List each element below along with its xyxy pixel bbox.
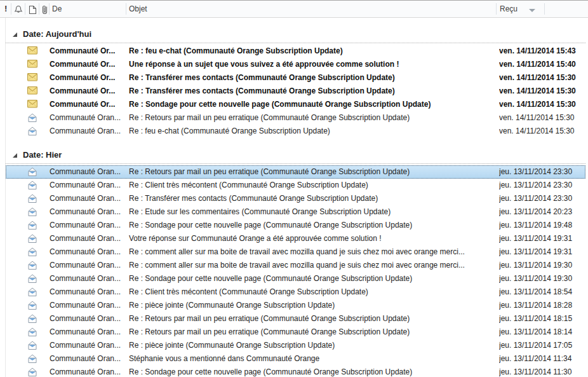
message-row[interactable]: Communauté Or... Re : Transférer mes con… <box>6 85 585 98</box>
group-collapse-icon[interactable] <box>13 153 17 158</box>
read-open-envelope-icon <box>27 221 37 230</box>
read-open-envelope-icon <box>27 247 37 256</box>
importance-column-header[interactable]: ! <box>4 4 7 13</box>
message-subject: Re : feu e-chat (Communauté Orange Subsc… <box>129 127 496 135</box>
message-received: ven. 14/11/2014 15:30 <box>499 73 588 82</box>
message-subject: Re : feu e-chat (Communauté Orange Subsc… <box>129 46 496 55</box>
group-header[interactable]: Date: Aujourd'hui <box>0 28 588 43</box>
message-received: jeu. 13/11/2014 23:30 <box>499 167 588 176</box>
message-row[interactable]: Communauté Oran... Re : Transférer mes c… <box>6 192 585 205</box>
read-open-envelope-icon <box>27 113 37 122</box>
message-subject: Re : Etude sur les commentaires (Communa… <box>129 207 496 216</box>
read-open-envelope-icon <box>27 261 37 270</box>
message-row[interactable]: Communauté Oran... Re : Retours par mail… <box>6 326 585 339</box>
message-from: Communauté Oran... <box>50 127 127 135</box>
message-received: jeu. 13/11/2014 19:30 <box>499 274 588 283</box>
message-received: ven. 14/11/2014 15:30 <box>499 127 588 135</box>
message-from: Communauté Oran... <box>50 274 127 283</box>
message-row[interactable]: Communauté Oran... Re : pièce jointe (Co… <box>6 299 585 312</box>
message-received: ven. 14/11/2014 15:30 <box>499 113 588 122</box>
message-from: Communauté Or... <box>50 60 127 69</box>
message-from: Communauté Or... <box>50 100 127 109</box>
message-received: ven. 14/11/2014 15:43 <box>499 46 588 55</box>
read-open-envelope-icon <box>27 274 37 283</box>
unread-closed-envelope-icon <box>27 60 37 69</box>
sort-descending-icon[interactable] <box>529 9 535 12</box>
message-from: Communauté Oran... <box>50 207 127 216</box>
message-row[interactable]: Communauté Oran... Re : comment aller su… <box>6 245 585 259</box>
unread-closed-envelope-icon <box>27 73 37 82</box>
message-subject: Re : pièce jointe (Communauté Orange Sub… <box>129 341 496 350</box>
message-row[interactable]: Communauté Oran... Re : Etude sur les co… <box>6 205 585 219</box>
reminder-bell-icon[interactable] <box>14 5 23 17</box>
message-subject: Re : comment aller sur ma boite de trava… <box>129 247 496 256</box>
message-row[interactable]: Communauté Oran... Votre réponse sur Com… <box>6 232 585 245</box>
message-from: Communauté Or... <box>50 73 127 82</box>
message-row[interactable]: Communauté Oran... Stéphanie vous a ment… <box>6 352 585 366</box>
message-from: Communauté Oran... <box>50 194 127 203</box>
read-open-envelope-icon <box>27 234 37 243</box>
message-from: Communauté Oran... <box>50 234 127 243</box>
message-from: Communauté Oran... <box>50 341 127 350</box>
group-label: Date: Hier <box>23 150 62 160</box>
message-subject: Stéphanie vous a mentionné dans Communau… <box>129 354 496 363</box>
group-label: Date: Aujourd'hui <box>23 29 91 39</box>
message-subject: Re : Client très mécontent (Communauté O… <box>129 181 496 189</box>
message-subject: Re : Retours par mail un peu erratique (… <box>129 113 496 122</box>
read-open-envelope-icon <box>27 194 37 203</box>
message-row[interactable]: Communauté Oran... Re : Retours par mail… <box>6 312 585 326</box>
column-separator <box>126 3 126 15</box>
message-received: ven. 14/11/2014 15:40 <box>499 60 588 69</box>
message-received: jeu. 13/11/2014 20:23 <box>499 207 588 216</box>
message-subject: Re : Sondage pour cette nouvelle page (C… <box>129 100 496 109</box>
group-header[interactable]: Date: Hier <box>0 149 588 163</box>
message-subject: Re : pièce jointe (Communauté Orange Sub… <box>129 301 496 310</box>
message-row[interactable]: Communauté Oran... Re : Sondage pour cet… <box>6 272 585 285</box>
message-row[interactable]: Communauté Oran... Re : feu e-chat (Comm… <box>6 125 585 138</box>
column-separator <box>39 3 39 15</box>
message-subject: Re : Sondage pour cette nouvelle page (C… <box>129 367 496 376</box>
attachment-paperclip-icon[interactable] <box>41 4 48 17</box>
message-row[interactable]: Communauté Oran... Re : Client très méco… <box>6 285 585 299</box>
message-received: jeu. 13/11/2014 19:30 <box>499 261 588 270</box>
message-row[interactable]: Communauté Or... Re : Transférer mes con… <box>6 71 585 85</box>
column-separator <box>11 3 11 15</box>
message-from: Communauté Or... <box>50 46 127 55</box>
read-open-envelope-icon <box>27 181 37 189</box>
read-open-envelope-icon <box>27 287 37 296</box>
message-received: jeu. 13/11/2014 18:14 <box>499 327 588 336</box>
message-subject: Re : Retours par mail un peu erratique (… <box>129 314 496 323</box>
message-received: jeu. 13/11/2014 17:05 <box>499 341 588 350</box>
message-row[interactable]: Communauté Or... Une réponse à un sujet … <box>6 58 585 71</box>
message-received: jeu. 13/11/2014 19:31 <box>499 247 588 256</box>
read-open-envelope-icon <box>27 327 37 336</box>
column-separator <box>49 3 50 15</box>
message-from: Communauté Oran... <box>50 113 127 122</box>
message-row[interactable]: Communauté Oran... Re : Client très méco… <box>6 179 585 192</box>
message-subject: Re : Retours par mail un peu erratique (… <box>129 167 496 176</box>
column-header-from[interactable]: De <box>52 4 62 13</box>
message-row[interactable]: Communauté Oran... Re : comment aller su… <box>6 259 585 272</box>
message-from: Communauté Oran... <box>50 367 127 376</box>
message-row[interactable]: Communauté Or... Re : feu e-chat (Commun… <box>6 45 585 58</box>
message-row-selected[interactable]: Communauté Oran... Re : Retours par mail… <box>6 165 585 179</box>
message-row[interactable]: Communauté Oran... Re : Retours par mail… <box>6 111 585 125</box>
read-open-envelope-icon <box>27 167 37 176</box>
column-header-received[interactable]: Reçu <box>500 4 518 13</box>
message-received: jeu. 13/11/2014 11:30 <box>499 367 588 376</box>
group-collapse-icon[interactable] <box>13 32 17 37</box>
message-row[interactable]: Communauté Oran... Re : Sondage pour cet… <box>6 219 585 232</box>
read-open-envelope-icon <box>27 314 37 323</box>
message-from: Communauté Oran... <box>50 167 127 176</box>
column-separator <box>25 3 25 15</box>
message-row[interactable]: Communauté Oran... Re : Sondage pour cet… <box>6 366 585 377</box>
message-subject: Re : Sondage pour cette nouvelle page (C… <box>129 221 496 230</box>
message-subject: Re : comment aller sur ma boite de trava… <box>129 261 496 270</box>
read-open-envelope-icon <box>27 354 37 363</box>
item-type-icon[interactable] <box>29 5 37 17</box>
message-subject: Une réponse à un sujet que vous suivez a… <box>129 60 496 69</box>
column-header-subject[interactable]: Objet <box>129 4 147 13</box>
message-row[interactable]: Communauté Or... Re : Sondage pour cette… <box>6 98 585 111</box>
message-from: Communauté Oran... <box>50 314 127 323</box>
message-row[interactable]: Communauté Oran... Re : pièce jointe (Co… <box>6 339 585 352</box>
